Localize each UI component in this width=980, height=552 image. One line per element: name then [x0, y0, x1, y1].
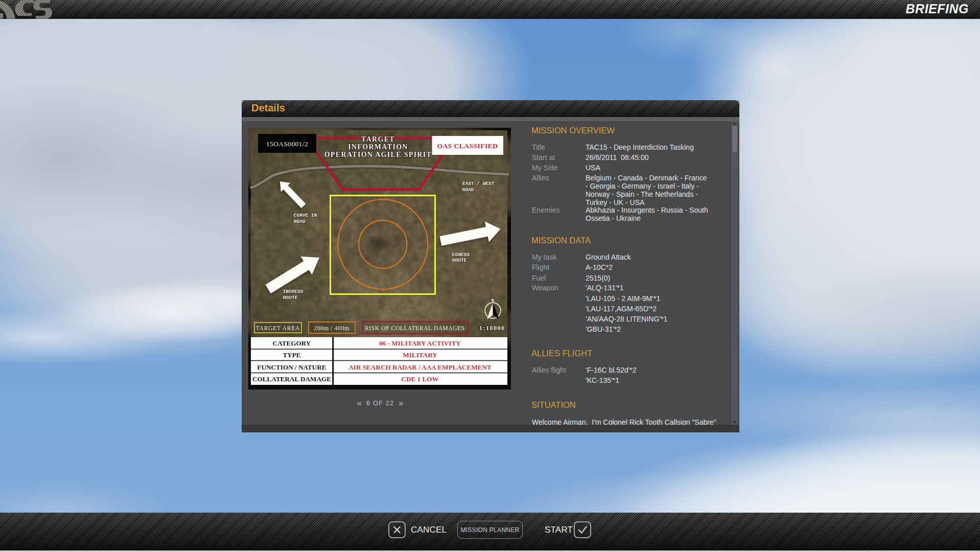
- svg-text:CATEGORY: CATEGORY: [273, 339, 311, 347]
- svg-text:RISK OF COLLATERAL DAMAGES: RISK OF COLLATERAL DAMAGES: [365, 325, 465, 331]
- svg-text:TARGET AREA: TARGET AREA: [256, 325, 300, 331]
- svg-text:MILITARY: MILITARY: [403, 351, 437, 359]
- svg-text:1:10000: 1:10000: [479, 324, 505, 332]
- svg-text:INFORMATION: INFORMATION: [348, 143, 408, 151]
- svg-text:ROAD: ROAD: [294, 219, 306, 224]
- svg-text:06 - MILITARY ACTIVITY: 06 - MILITARY ACTIVITY: [379, 339, 461, 347]
- svg-text:EGRESS: EGRESS: [452, 252, 470, 258]
- svg-text:200m / 400m: 200m / 400m: [314, 325, 349, 332]
- svg-text:TYPE: TYPE: [283, 351, 300, 359]
- svg-text:ROAD: ROAD: [462, 187, 474, 193]
- svg-text:COLLATERAL DAMAGE: COLLATERAL DAMAGE: [252, 375, 331, 383]
- svg-text:CDE 1 LOW: CDE 1 LOW: [401, 375, 438, 383]
- svg-text:FUNCTION / NATURE: FUNCTION / NATURE: [257, 363, 326, 371]
- svg-text:EAST / WEST: EAST / WEST: [462, 181, 495, 187]
- svg-text:ROUTE: ROUTE: [452, 258, 467, 263]
- svg-text:15OAS0001/2: 15OAS0001/2: [266, 140, 308, 148]
- svg-text:INGRESS: INGRESS: [283, 289, 304, 294]
- svg-text:TARGET: TARGET: [361, 135, 395, 143]
- svg-text:OPERATION AGILE SPIRIT: OPERATION AGILE SPIRIT: [324, 151, 432, 158]
- svg-text:AIR SEARCH RADAR / AAA EMPLACE: AIR SEARCH RADAR / AAA EMPLACEMENT: [348, 363, 492, 371]
- svg-text:ROUTE: ROUTE: [283, 295, 298, 301]
- svg-text:CURVE IN: CURVE IN: [294, 213, 317, 218]
- svg-text:OAS CLASSIFIED: OAS CLASSIFIED: [437, 142, 498, 150]
